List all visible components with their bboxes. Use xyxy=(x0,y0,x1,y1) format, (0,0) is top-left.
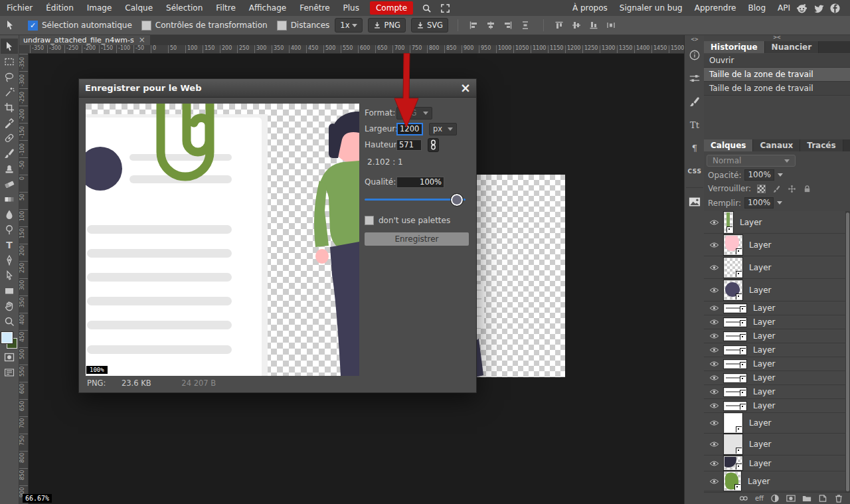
link-dimensions-button[interactable] xyxy=(428,138,439,152)
align-bottom-icon[interactable] xyxy=(586,19,601,32)
visibility-toggle[interactable] xyxy=(704,347,724,353)
account-button[interactable]: Compte xyxy=(370,1,413,15)
visibility-toggle[interactable] xyxy=(704,460,724,467)
checkbox-contro-les-de-transformation[interactable] xyxy=(141,21,151,31)
lock-move-icon[interactable] xyxy=(786,183,797,194)
lasso-tool[interactable] xyxy=(1,69,18,84)
link-icon[interactable] xyxy=(739,494,748,503)
layer-row[interactable]: Layer xyxy=(704,385,850,399)
tab-historique[interactable]: Historique xyxy=(704,41,765,53)
palettes-checkbox[interactable] xyxy=(365,216,374,225)
checkbox-distances[interactable] xyxy=(277,21,287,31)
layer-row[interactable]: Layer xyxy=(704,329,850,343)
menu-affichage[interactable]: Affichage xyxy=(242,0,293,16)
layer-thumbnail[interactable] xyxy=(724,374,746,382)
visibility-toggle[interactable] xyxy=(704,264,724,271)
close-icon[interactable]: × xyxy=(460,80,471,95)
effects-icon[interactable]: eff xyxy=(755,494,764,503)
visibility-toggle[interactable] xyxy=(704,375,724,381)
slider-thumb[interactable] xyxy=(451,194,463,206)
layer-thumbnail[interactable] xyxy=(724,258,742,278)
visibility-toggle[interactable] xyxy=(704,242,724,248)
crop-tool[interactable] xyxy=(1,100,18,115)
history-step[interactable]: Taille de la zone de travail xyxy=(704,68,850,82)
visibility-toggle[interactable] xyxy=(704,388,724,395)
menu-filtre[interactable]: Filtre xyxy=(209,0,242,16)
menu-signaler-un-bug[interactable]: Signaler un bug xyxy=(614,0,689,16)
lock-paint-icon[interactable] xyxy=(771,183,782,194)
paragraph-icon[interactable]: ¶ xyxy=(686,139,703,157)
direct-select-tool[interactable] xyxy=(1,268,18,283)
document-tab[interactable]: undraw_attached_file_n4wm-s × xyxy=(19,35,150,45)
adjustment-icon[interactable] xyxy=(770,494,780,503)
opacity-value[interactable]: 100% xyxy=(744,169,774,181)
info-icon[interactable] xyxy=(686,46,703,64)
fill-value[interactable]: 100% xyxy=(744,197,774,209)
canvas[interactable] xyxy=(475,175,565,377)
eraser-tool[interactable] xyxy=(1,176,18,191)
layer-thumbnail[interactable] xyxy=(724,456,742,470)
color-swatches[interactable] xyxy=(1,331,18,349)
heal-tool[interactable] xyxy=(1,130,18,145)
save-button[interactable]: Enregistrer xyxy=(365,232,469,246)
collapse-strip-icon[interactable]: <> xyxy=(691,36,699,42)
character-icon[interactable]: Tt xyxy=(686,116,703,133)
layer-thumbnail[interactable] xyxy=(724,318,746,327)
option-se-lection-automatique[interactable]: ✓Sélection automatique xyxy=(28,21,132,31)
layer-thumbnail[interactable] xyxy=(724,402,746,410)
social-facebook-icon[interactable] xyxy=(829,3,841,14)
magic-wand-tool[interactable] xyxy=(1,84,18,100)
social-reddit-icon[interactable] xyxy=(796,3,808,14)
align-left-icon[interactable] xyxy=(466,19,481,32)
palettes-option[interactable]: don't use palettes xyxy=(365,216,471,225)
history-step[interactable]: Taille de la zone de travail xyxy=(704,82,850,96)
visibility-toggle[interactable] xyxy=(704,402,724,409)
layer-row[interactable]: Layer xyxy=(704,371,850,385)
visibility-toggle[interactable] xyxy=(704,219,724,226)
visibility-toggle[interactable] xyxy=(704,441,724,448)
mask-icon[interactable] xyxy=(786,494,796,503)
screen-mode-tool[interactable] xyxy=(1,365,18,380)
layer-row[interactable]: Layer xyxy=(704,471,850,491)
blur-tool[interactable] xyxy=(1,207,18,222)
layer-row[interactable]: Layer xyxy=(704,301,850,315)
visibility-toggle[interactable] xyxy=(704,305,724,311)
align-top-icon[interactable] xyxy=(552,19,566,32)
gradient-tool[interactable] xyxy=(1,191,18,207)
search-icon[interactable] xyxy=(419,2,434,14)
layer-thumbnail[interactable] xyxy=(724,332,746,341)
tab-calques[interactable]: Calques xyxy=(704,139,753,151)
option-distances[interactable]: Distances xyxy=(277,21,330,31)
layer-row[interactable]: Layer xyxy=(704,315,850,329)
lock-all-icon[interactable] xyxy=(802,183,812,194)
visibility-toggle[interactable] xyxy=(704,319,724,325)
visibility-toggle[interactable] xyxy=(704,287,724,294)
quick-mask-tool[interactable] xyxy=(1,349,18,365)
layer-row[interactable]: Layer xyxy=(704,413,850,434)
tab-canaux[interactable]: Canaux xyxy=(753,139,800,151)
menu-se-lection[interactable]: Sélection xyxy=(159,0,209,16)
layer-row[interactable]: Layer xyxy=(704,357,850,371)
checkbox-se-lection-automatique[interactable]: ✓ xyxy=(28,21,38,31)
option-contro-les-de-transformation[interactable]: Contrôles de transformation xyxy=(141,21,268,31)
blend-mode-select[interactable]: Normal xyxy=(707,155,796,167)
chevron-down-icon[interactable] xyxy=(778,173,783,177)
layer-thumbnail[interactable] xyxy=(724,235,742,255)
folder-icon[interactable] xyxy=(802,494,811,503)
layers-scrollbar[interactable] xyxy=(845,211,850,493)
dodge-tool[interactable] xyxy=(1,222,18,237)
history-step[interactable]: Ouvrir xyxy=(704,54,850,68)
image-icon[interactable] xyxy=(686,193,703,210)
fullscreen-icon[interactable] xyxy=(438,2,452,14)
menu-fene-tre[interactable]: Fenêtre xyxy=(293,0,336,16)
tab-nuancier[interactable]: Nuancier xyxy=(765,41,819,53)
layer-thumbnail[interactable] xyxy=(724,346,746,355)
properties-icon[interactable] xyxy=(686,70,703,87)
layer-row[interactable]: Layer xyxy=(704,279,850,301)
menu-calque[interactable]: Calque xyxy=(118,0,159,16)
align-center-h-icon[interactable] xyxy=(483,19,498,32)
delete-icon[interactable] xyxy=(834,494,843,503)
menu-a-propos[interactable]: À propos xyxy=(566,0,614,16)
align-right-icon[interactable] xyxy=(501,19,515,32)
shape-tool[interactable] xyxy=(1,283,18,298)
